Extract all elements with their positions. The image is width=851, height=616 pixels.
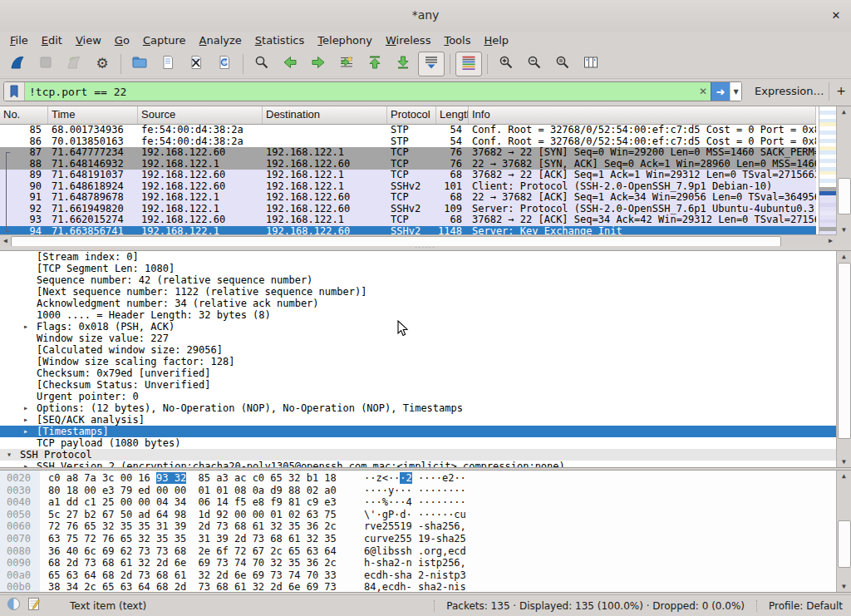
go-first-packet-button[interactable] <box>362 52 388 76</box>
scroll-up-icon[interactable]: ▲ <box>837 471 851 481</box>
menu-view[interactable]: View <box>69 33 108 47</box>
packet-row-85[interactable]: 8568.001734936fe:54:00:d4:38:2aSTP54Conf… <box>0 125 816 136</box>
scroll-up-icon[interactable]: ▲ <box>837 251 851 262</box>
packet-row-93[interactable]: 9371.662015274192.168.122.60192.168.122.… <box>0 214 816 226</box>
packet-list-vscrollbar[interactable]: ▲ ▼ <box>836 106 851 235</box>
column-header-info[interactable]: Info <box>469 106 816 124</box>
close-window-button[interactable]: ✕ <box>828 7 844 24</box>
hex-bytes[interactable]: 68 2d 73 68 61 32 2d 6e 69 73 74 70 32 3… <box>48 557 337 569</box>
zoom-out-button[interactable] <box>521 52 548 76</box>
packet-bytes-pane[interactable]: 0020c0 a8 7a 3c 00 16 93 32 85 a3 ac c0 … <box>0 470 851 593</box>
scroll-right-icon[interactable]: ▶ <box>825 235 836 246</box>
save-file-button[interactable] <box>155 52 181 76</box>
packet-row-88[interactable]: 8871.648146932192.168.122.1192.168.122.6… <box>0 159 816 170</box>
detail-line[interactable]: [Calculated window size: 29056] <box>0 344 851 356</box>
expanded-arrow-icon[interactable]: ▾ <box>7 449 12 461</box>
hex-bytes[interactable]: 65 63 64 68 2d 73 68 61 32 2d 6e 69 73 7… <box>48 569 337 582</box>
capture-comment-icon[interactable] <box>27 597 40 614</box>
scroll-down-icon[interactable]: ▼ <box>837 581 851 592</box>
filter-dropdown-caret[interactable]: ▼ <box>730 82 741 101</box>
scrollbar-thumb[interactable] <box>838 520 851 568</box>
detail-line[interactable]: [TCP Segment Len: 1080] <box>0 263 851 274</box>
hex-row-0020[interactable]: 0020c0 a8 7a 3c 00 16 93 32 85 a3 ac c0 … <box>0 472 851 485</box>
packet-row-92[interactable]: 9271.661949820192.168.122.1192.168.122.6… <box>0 204 816 215</box>
find-packet-button[interactable] <box>248 52 275 76</box>
packet-row-87[interactable]: 8771.647777234192.168.122.60192.168.122.… <box>0 147 816 159</box>
column-header-protocol[interactable]: Protocol <box>387 106 436 124</box>
packet-row-91[interactable]: 9171.648789678192.168.122.1192.168.122.6… <box>0 192 816 204</box>
hex-row-0030[interactable]: 003080 18 00 e3 79 ed 00 00 01 01 08 0a … <box>0 485 851 497</box>
detail-line[interactable]: [Next sequence number: 1122 (relative se… <box>0 286 851 298</box>
detail-line[interactable]: ▸Flags: 0x018 (PSH, ACK) <box>0 321 851 333</box>
packet-row-89[interactable]: 8971.648191037192.168.122.60192.168.122.… <box>0 170 816 181</box>
hex-row-0080[interactable]: 008036 40 6c 69 62 73 73 68 2e 6f 72 67 … <box>0 545 851 558</box>
packet-list-minimap[interactable] <box>819 106 836 235</box>
menu-telephony[interactable]: Telephony <box>311 33 379 47</box>
menu-capture[interactable]: Capture <box>136 33 193 47</box>
menu-go[interactable]: Go <box>108 33 136 47</box>
detail-line[interactable]: ▸[Timestamps] <box>0 426 851 437</box>
ascii-bytes[interactable]: h-sha2-n istp256, <box>364 557 466 569</box>
hex-row-0070[interactable]: 007063 75 72 76 65 32 35 35 31 39 2d 73 … <box>0 533 851 545</box>
ascii-bytes[interactable]: ····y··· ········ <box>364 485 466 497</box>
filter-bookmark-icon[interactable] <box>4 82 25 101</box>
hex-bytes[interactable]: 5c 27 b2 67 50 ad 64 98 1d 92 00 00 01 0… <box>48 509 337 521</box>
hex-bytes[interactable]: 80 18 00 e3 79 ed 00 00 01 01 08 0a d9 8… <box>48 485 337 497</box>
detail-line[interactable]: Checksum: 0x79ed [unverified] <box>0 367 851 379</box>
detail-line[interactable]: ▾SSH Protocol <box>0 449 851 461</box>
hex-row-0090[interactable]: 009068 2d 73 68 61 32 2d 6e 69 73 74 70 … <box>0 557 851 569</box>
detail-line[interactable]: ▸Options: (12 bytes), No-Operation (NOP)… <box>0 402 851 414</box>
ascii-bytes[interactable]: ··z<···2 ····e2·· <box>364 472 466 485</box>
column-header-destination[interactable]: Destination <box>263 106 387 124</box>
scroll-down-icon[interactable]: ▼ <box>837 456 851 467</box>
display-filter-input[interactable]: !tcp.port == 22 ✕ ➜ ▼ <box>3 81 742 101</box>
zoom-original-button[interactable] <box>549 52 576 76</box>
expert-info-icon[interactable] <box>7 597 21 614</box>
collapsed-arrow-icon[interactable]: ▸ <box>23 461 28 468</box>
scrollbar-thumb[interactable] <box>838 263 851 439</box>
hex-bytes[interactable]: c0 a8 7a 3c 00 16 93 32 85 a3 ac c0 65 3… <box>48 472 337 485</box>
menu-help[interactable]: Help <box>477 33 515 47</box>
hex-bytes[interactable]: 72 76 65 32 35 35 31 39 2d 73 68 61 32 3… <box>48 520 337 533</box>
collapsed-arrow-icon[interactable]: ▸ <box>23 402 28 414</box>
menu-tools[interactable]: Tools <box>437 33 477 47</box>
hex-row-0060[interactable]: 006072 76 65 32 35 35 31 39 2d 73 68 61 … <box>0 520 851 533</box>
add-filter-button[interactable]: + <box>834 81 848 100</box>
stop-capture-button[interactable] <box>32 52 59 76</box>
column-header-length[interactable]: Length <box>436 106 469 124</box>
detail-line[interactable]: Urgent pointer: 0 <box>0 391 851 402</box>
reload-file-button[interactable] <box>211 52 238 76</box>
ascii-bytes[interactable]: 6@libssh .org,ecd <box>364 545 466 558</box>
menu-wireless[interactable]: Wireless <box>379 33 437 47</box>
ascii-bytes[interactable]: 84,ecdh- sha2-nis <box>364 581 466 593</box>
collapsed-arrow-icon[interactable]: ▸ <box>23 426 28 437</box>
hex-bytes[interactable]: 36 40 6c 69 62 73 73 68 2e 6f 72 67 2c 6… <box>48 545 337 558</box>
detail-line[interactable]: Window size value: 227 <box>0 333 851 344</box>
scrollbar-thumb[interactable] <box>838 178 851 214</box>
scroll-left-icon[interactable]: ◀ <box>0 235 11 246</box>
hex-row-0050[interactable]: 00505c 27 b2 67 50 ad 64 98 1d 92 00 00 … <box>0 509 851 521</box>
capture-options-button[interactable]: ⚙ <box>89 52 116 76</box>
hex-bytes[interactable]: 38 34 2c 65 63 64 68 2d 73 68 61 32 2d 6… <box>48 581 337 593</box>
menu-edit[interactable]: Edit <box>35 33 69 47</box>
detail-line[interactable]: Sequence number: 42 (relative sequence n… <box>0 274 851 286</box>
go-last-packet-button[interactable] <box>390 52 416 76</box>
menu-file[interactable]: File <box>3 33 35 47</box>
go-forward-button[interactable] <box>305 52 332 76</box>
filter-apply-button[interactable]: ➜ <box>711 82 730 101</box>
collapsed-arrow-icon[interactable]: ▸ <box>23 321 28 333</box>
hex-row-00a0[interactable]: 00a065 63 64 68 2d 73 68 61 32 2d 6e 69 … <box>0 569 851 582</box>
menu-analyze[interactable]: Analyze <box>193 33 248 47</box>
detail-line[interactable]: [Window size scaling factor: 128] <box>0 356 851 367</box>
column-header-source[interactable]: Source <box>138 106 263 124</box>
hex-bytes[interactable]: a1 dd c1 25 00 00 04 34 06 14 f5 e8 f9 8… <box>48 496 337 509</box>
detail-line[interactable]: 1000 .... = Header Length: 32 bytes (8) <box>0 309 851 321</box>
go-back-button[interactable] <box>277 52 303 76</box>
filter-clear-button[interactable]: ✕ <box>696 82 711 101</box>
zoom-in-button[interactable] <box>493 52 519 76</box>
detail-line[interactable]: [Stream index: 0] <box>0 251 851 263</box>
detail-line[interactable]: ▸[SEQ/ACK analysis] <box>0 414 851 426</box>
ascii-bytes[interactable]: \'·gP·d· ······cu <box>364 509 466 521</box>
ascii-bytes[interactable]: curve255 19-sha25 <box>364 533 466 545</box>
close-file-button[interactable] <box>183 52 209 76</box>
